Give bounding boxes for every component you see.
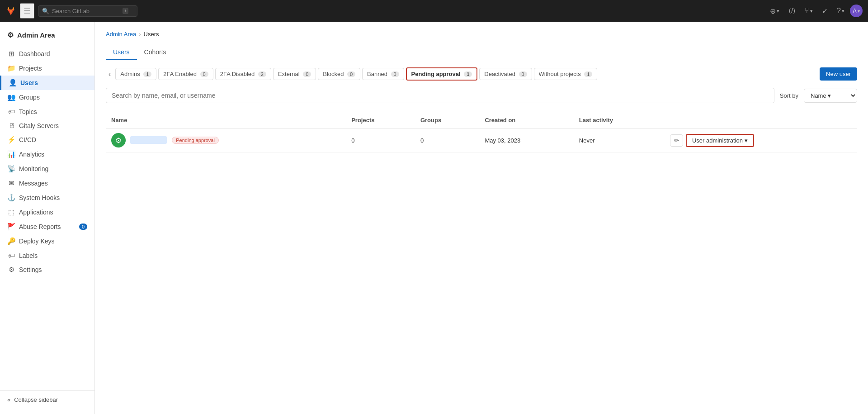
tab-cohorts[interactable]: Cohorts [137, 45, 174, 60]
sidebar-item-label: Topics [19, 108, 37, 115]
sidebar-item-messages[interactable]: ✉ Messages [0, 176, 94, 190]
sidebar-item-label: Labels [19, 252, 38, 259]
sidebar-item-monitoring[interactable]: 📡 Monitoring [0, 162, 94, 176]
filter-pending-approval-button[interactable]: Pending approval 1 [406, 67, 478, 81]
sidebar-item-deploy-keys[interactable]: 🔑 Deploy Keys [0, 234, 94, 248]
plus-icon: ⊕ [770, 7, 776, 15]
filter-without-projects-count: 1 [584, 71, 592, 77]
filter-external-button[interactable]: External 0 [273, 68, 316, 80]
gitaly-icon: 🖥 [7, 122, 15, 129]
edit-icon: ✏ [674, 137, 679, 144]
filter-external-count: 0 [303, 71, 311, 77]
sidebar-item-labels[interactable]: 🏷 Labels [0, 248, 94, 262]
filter-banned-label: Banned [367, 71, 387, 77]
filter-2fa-disabled-label: 2FA Disabled [220, 71, 255, 77]
system-hooks-icon: ⚓ [7, 194, 15, 202]
sidebar-item-label: Dashboard [19, 50, 50, 57]
user-name-highlight [130, 136, 167, 144]
filter-admins-label: Admins [120, 71, 140, 77]
user-created-on: May 03, 2023 [479, 128, 573, 152]
top-navbar: ☰ 🔍 / ⊕ ▾ ⟨/⟩ ⑂ ▾ ✓ ? ▾ A ▾ [0, 0, 868, 22]
filter-2fa-enabled-button[interactable]: 2FA Enabled 0 [158, 68, 213, 80]
settings-icon: ⚙ [7, 266, 15, 274]
todo-button[interactable]: ✓ [818, 4, 831, 18]
sidebar-item-dashboard[interactable]: ⊞ Dashboard [0, 47, 94, 61]
users-table: Name Projects Groups Created on Last act… [106, 112, 857, 152]
sidebar-item-settings[interactable]: ⚙ Settings [0, 262, 94, 277]
user-search-input[interactable] [106, 88, 774, 103]
filter-admins-button[interactable]: Admins 1 [115, 68, 156, 80]
sort-select[interactable]: Name ▾ Created date Last activity Access… [804, 89, 857, 103]
sidebar-item-groups[interactable]: 👥 Groups [0, 90, 94, 105]
sidebar-item-topics[interactable]: 🏷 Topics [0, 105, 94, 119]
filter-banned-button[interactable]: Banned 0 [362, 68, 404, 80]
messages-icon: ✉ [7, 179, 15, 187]
code-review-button[interactable]: ⟨/⟩ [785, 4, 799, 18]
edit-user-button[interactable]: ✏ [670, 134, 683, 147]
help-button[interactable]: ? ▾ [833, 4, 848, 18]
sidebar-item-label: Analytics [19, 151, 44, 158]
sidebar-item-label: Abuse Reports [19, 223, 61, 230]
global-search-input[interactable] [52, 8, 120, 14]
tab-users[interactable]: Users [106, 45, 137, 60]
breadcrumb-separator: › [139, 31, 141, 38]
col-created-on: Created on [479, 112, 573, 128]
filter-pending-approval-count: 1 [464, 71, 472, 77]
sidebar-item-abuse-reports[interactable]: 🚩 Abuse Reports 0 [0, 219, 94, 234]
user-groups-count: 0 [415, 128, 479, 152]
main-content: Admin Area › Users Users Cohorts ‹ Admin… [95, 22, 868, 414]
user-display-name: Pending approval [130, 137, 219, 144]
hamburger-menu-button[interactable]: ☰ [20, 3, 34, 19]
navbar-icon-group: ⊕ ▾ ⟨/⟩ ⑂ ▾ ✓ ? ▾ A ▾ [766, 4, 863, 18]
plus-chevron: ▾ [777, 8, 779, 14]
sidebar-item-label: Applications [19, 209, 53, 216]
sidebar-item-system-hooks[interactable]: ⚓ System Hooks [0, 190, 94, 205]
filter-without-projects-button[interactable]: Without projects 1 [534, 68, 598, 80]
sidebar-item-users[interactable]: 👤 Users [0, 76, 94, 90]
merge-icon: ⑂ [805, 7, 809, 15]
collapse-label: Collapse sidebar [14, 396, 58, 403]
deploy-keys-icon: 🔑 [7, 237, 15, 245]
collapse-sidebar-button[interactable]: « Collapse sidebar [0, 390, 94, 409]
avatar-initial: A [853, 8, 856, 14]
filter-bar: ‹ Admins 1 2FA Enabled 0 2FA Disabled 2 … [106, 67, 857, 81]
user-projects-count: 0 [346, 128, 415, 152]
labels-icon: 🏷 [7, 252, 15, 259]
analytics-icon: 📊 [7, 150, 15, 158]
create-new-button[interactable]: ⊕ ▾ [766, 4, 783, 18]
sidebar-item-cicd[interactable]: ⚡ CI/CD [0, 133, 94, 147]
filter-deactivated-button[interactable]: Deactivated 0 [479, 68, 532, 80]
projects-icon: 📁 [7, 64, 15, 72]
col-name: Name [106, 112, 346, 128]
dashboard-icon: ⊞ [7, 50, 15, 58]
abuse-reports-icon: 🚩 [7, 223, 15, 231]
merge-chevron: ▾ [810, 8, 813, 14]
filter-2fa-disabled-button[interactable]: 2FA Disabled 2 [215, 68, 271, 80]
merge-requests-button[interactable]: ⑂ ▾ [801, 4, 816, 18]
sidebar-item-analytics[interactable]: 📊 Analytics [0, 147, 94, 162]
filter-scroll-left-button[interactable]: ‹ [106, 68, 113, 80]
filter-blocked-button[interactable]: Blocked 0 [318, 68, 360, 80]
filter-banned-count: 0 [391, 71, 399, 77]
sidebar-item-applications[interactable]: ⬚ Applications [0, 205, 94, 219]
new-user-button[interactable]: New user [820, 67, 857, 81]
breadcrumb-parent-link[interactable]: Admin Area [106, 31, 136, 38]
admin-area-icon: ⚙ [7, 31, 14, 39]
cicd-icon: ⚡ [7, 136, 15, 144]
sidebar-item-projects[interactable]: 📁 Projects [0, 61, 94, 76]
user-administration-button[interactable]: User administration ▾ [686, 134, 754, 147]
global-search-container: 🔍 / [38, 5, 137, 17]
sidebar-item-gitaly-servers[interactable]: 🖥 Gitaly Servers [0, 119, 94, 133]
user-avatar-icon: ⚙ [111, 133, 126, 148]
applications-icon: ⬚ [7, 208, 15, 216]
sidebar-item-label: System Hooks [19, 194, 60, 201]
filter-2fa-enabled-count: 0 [200, 71, 208, 77]
question-mark-icon: ? [837, 7, 841, 15]
search-section: Sort by Name ▾ Created date Last activit… [106, 88, 857, 103]
col-actions [665, 112, 857, 128]
chevron-down-icon: ▾ [745, 137, 748, 144]
filter-deactivated-count: 0 [519, 71, 527, 77]
gitlab-logo[interactable] [5, 5, 16, 16]
user-avatar[interactable]: A ▾ [850, 5, 863, 17]
sort-by-label: Sort by [780, 92, 798, 99]
